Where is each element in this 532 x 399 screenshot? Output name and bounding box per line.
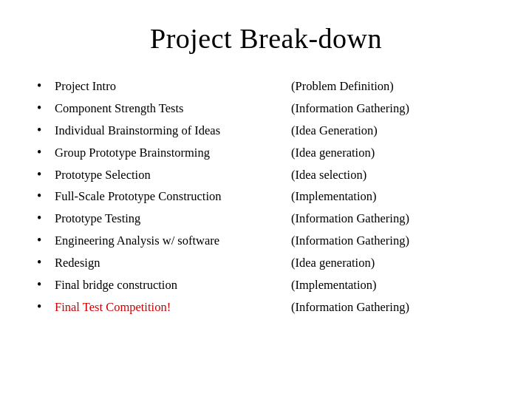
item-category-text: (Information Gathering): [291, 99, 409, 118]
item-main-text: Individual Brainstorming of Ideas: [55, 121, 291, 140]
item-main-text: Component Strength Tests: [55, 99, 291, 118]
bullet-icon: •: [37, 120, 55, 141]
item-category-text: (Information Gathering): [291, 231, 409, 250]
item-main-text: Prototype Selection: [55, 166, 291, 185]
bullet-icon: •: [37, 231, 55, 251]
item-category-text: (Idea generation): [291, 253, 375, 273]
item-content: Full-Scale Prototype Construction (Imple…: [55, 187, 495, 206]
item-content: Prototype Selection (Idea selection): [55, 166, 495, 185]
list-item: •Final Test Competition! (Information Ga…: [37, 296, 495, 318]
list-item: •Individual Brainstorming of Ideas (Idea…: [37, 120, 495, 142]
list-item: •Group Prototype Brainstorming (Idea gen…: [37, 142, 495, 164]
item-category-text: (Idea generation): [291, 143, 375, 163]
list-item: •Project Intro (Problem Definition): [37, 75, 495, 98]
item-main-text: Final Test Competition!: [55, 298, 291, 317]
item-main-text: Project Intro: [55, 77, 291, 96]
item-category-text: (Idea selection): [291, 166, 366, 185]
page: Project Break-down •Project Intro (Probl…: [0, 0, 532, 399]
item-main-text: Engineering Analysis w/ software: [55, 231, 291, 250]
item-category-text: (Problem Definition): [291, 77, 394, 96]
item-content: Individual Brainstorming of Ideas (Idea …: [55, 121, 495, 140]
bullet-icon: •: [37, 98, 55, 119]
list-item: •Prototype Testing (Information Gatherin…: [37, 208, 495, 230]
item-category-text: (Information Gathering): [291, 209, 409, 228]
item-content: Project Intro (Problem Definition): [55, 77, 495, 96]
list-item: •Component Strength Tests (Information G…: [37, 98, 495, 120]
list-item: •Redesign (Idea generation): [37, 252, 495, 274]
bullet-icon: •: [37, 143, 55, 163]
item-content: Group Prototype Brainstorming (Idea gene…: [55, 143, 495, 163]
item-main-text: Group Prototype Brainstorming: [55, 143, 291, 163]
item-content: Final Test Competition! (Information Gat…: [55, 298, 495, 317]
item-main-text: Full-Scale Prototype Construction: [55, 187, 291, 206]
item-content: Final bridge construction (Implementatio…: [55, 276, 495, 295]
bullet-icon: •: [37, 275, 55, 296]
item-content: Engineering Analysis w/ software (Inform…: [55, 231, 495, 250]
bullet-icon: •: [37, 297, 55, 318]
bullet-icon: •: [37, 208, 55, 229]
bullet-icon: •: [37, 76, 55, 97]
list-item: •Full-Scale Prototype Construction (Impl…: [37, 185, 495, 208]
item-category-text: (Implementation): [291, 187, 376, 206]
item-content: Prototype Testing (Information Gathering…: [55, 209, 495, 228]
list-container: •Project Intro (Problem Definition)•Comp…: [37, 75, 495, 318]
item-content: Redesign (Idea generation): [55, 253, 495, 273]
item-category-text: (Implementation): [291, 276, 376, 295]
item-category-text: (Information Gathering): [291, 298, 409, 317]
list-item: •Prototype Selection (Idea selection): [37, 164, 495, 186]
list-item: •Final bridge construction (Implementati…: [37, 274, 495, 296]
page-title: Project Break-down: [37, 22, 495, 55]
list-item: •Engineering Analysis w/ software (Infor…: [37, 230, 495, 252]
item-content: Component Strength Tests (Information Ga…: [55, 99, 495, 118]
item-main-text: Prototype Testing: [55, 209, 291, 228]
bullet-icon: •: [37, 186, 55, 207]
item-main-text: Final bridge construction: [55, 276, 291, 295]
bullet-icon: •: [37, 165, 55, 185]
bullet-icon: •: [37, 253, 55, 273]
item-category-text: (Idea Generation): [291, 121, 378, 140]
item-main-text: Redesign: [55, 253, 291, 273]
